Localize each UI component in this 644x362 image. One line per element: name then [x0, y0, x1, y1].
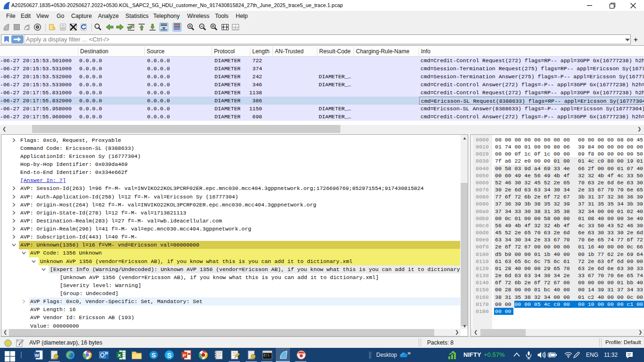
svg-text:C:\: C:\ [264, 354, 269, 357]
svg-text:W: W [34, 353, 39, 358]
svg-text:P: P [183, 353, 186, 358]
svg-text:X: X [118, 353, 121, 358]
svg-text:S: S [167, 352, 172, 359]
svg-text:S: S [152, 352, 156, 359]
svg-text:010: 010 [62, 28, 65, 30]
